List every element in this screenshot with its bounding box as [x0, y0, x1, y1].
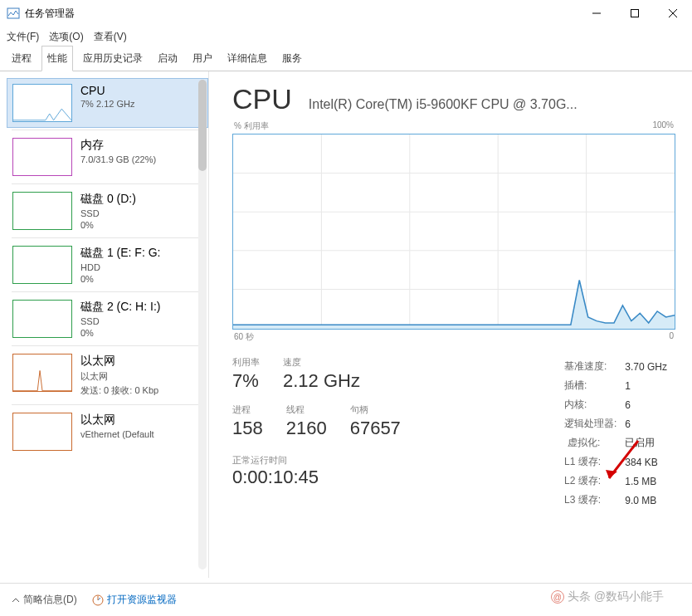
annotation-arrow-icon [601, 437, 642, 486]
sidebar-item-sub: 以太网 [80, 370, 158, 383]
sidebar-item-pct: 发送: 0 接收: 0 Kbp [80, 384, 158, 397]
stat-key: L3 缓存: [564, 491, 623, 509]
menu-file[interactable]: 文件(F) [7, 30, 39, 44]
stat-speed-label: 速度 [283, 356, 360, 369]
graph-label-br: 0 [669, 331, 674, 343]
sidebar-item-sub: 7% 2.12 GHz [80, 99, 134, 109]
sidebar-item[interactable]: CPU7% 2.12 GHz [7, 78, 208, 128]
stat-key: 逻辑处理器: [564, 415, 623, 433]
stat-thread-label: 线程 [286, 403, 327, 416]
sidebar-item[interactable]: 磁盘 1 (E: F: G:HDD0% [7, 240, 208, 290]
svg-rect-2 [631, 10, 639, 17]
stat-row: 逻辑处理器:6 [564, 415, 674, 433]
stat-row: 插槽:1 [564, 377, 674, 394]
stat-key: 插槽: [564, 377, 623, 394]
uptime-label: 正常运行时间 [232, 454, 401, 467]
tab-bar: 进程 性能 应用历史记录 启动 用户 详细信息 服务 [0, 46, 692, 71]
title-bar: 任务管理器 [0, 0, 692, 27]
stat-row: 内核:6 [564, 396, 674, 413]
uptime-value: 0:00:10:45 [232, 467, 401, 488]
sidebar-item[interactable]: 磁盘 2 (C: H: I:)SSD0% [7, 294, 208, 344]
stat-proc-value: 158 [232, 418, 263, 439]
close-button[interactable] [654, 0, 692, 27]
stats-left: 利用率7% 速度2.12 GHz 进程158 线程2160 句柄67657 正常… [232, 356, 401, 511]
sidebar-thumb [12, 192, 72, 230]
maximize-button[interactable] [616, 0, 654, 27]
svg-marker-13 [233, 281, 675, 330]
stats-right: 基准速度:3.70 GHz插槽:1内核:6逻辑处理器:6虚拟化:已启用L1 缓存… [563, 356, 675, 511]
sidebar-item-sub: SSD [80, 208, 136, 218]
open-resource-monitor-link[interactable]: 打开资源监视器 [92, 593, 177, 607]
sidebar-item[interactable]: 内存7.0/31.9 GB (22%) [7, 132, 208, 182]
sidebar-thumb [12, 354, 72, 392]
tab-history[interactable]: 应用历史记录 [78, 46, 148, 71]
tab-startup[interactable]: 启动 [153, 46, 183, 71]
watermark: @ 头条 @数码小能手 [551, 589, 664, 604]
sidebar-item[interactable]: 以太网以太网发送: 0 接收: 0 Kbp [7, 348, 208, 403]
stat-handle-label: 句柄 [350, 403, 401, 416]
stat-key: 内核: [564, 396, 623, 413]
stat-val: 6 [625, 415, 674, 433]
chevron-up-icon [12, 596, 20, 604]
sidebar-item-title: 磁盘 0 (D:) [80, 192, 136, 207]
stat-row: L3 缓存:9.0 MB [564, 491, 674, 509]
stat-handle-value: 67657 [350, 418, 401, 439]
scrollbar-thumb[interactable] [198, 80, 207, 171]
stat-thread-value: 2160 [286, 418, 327, 439]
sidebar-item[interactable]: 磁盘 0 (D:)SSD0% [7, 186, 208, 236]
stat-speed-value: 2.12 GHz [283, 370, 360, 392]
sidebar-item-title: 以太网 [80, 413, 154, 428]
sidebar: CPU7% 2.12 GHz内存7.0/31.9 GB (22%)磁盘 0 (D… [0, 71, 209, 578]
tab-details[interactable]: 详细信息 [222, 46, 272, 71]
menu-bar: 文件(F) 选项(O) 查看(V) [0, 27, 692, 46]
sidebar-item-title: 以太网 [80, 354, 158, 369]
app-icon [7, 7, 20, 20]
graph-label-tr: 100% [652, 120, 674, 132]
window-title: 任务管理器 [25, 7, 577, 21]
stat-key: 基准速度: [564, 358, 623, 375]
stat-val: 3.70 GHz [625, 358, 674, 375]
tab-users[interactable]: 用户 [188, 46, 217, 71]
sidebar-thumb [12, 413, 72, 451]
sidebar-thumb [12, 138, 72, 176]
stat-util-label: 利用率 [232, 356, 260, 369]
stat-row: 基准速度:3.70 GHz [564, 358, 674, 375]
menu-view[interactable]: 查看(V) [94, 30, 127, 44]
stat-util-value: 7% [232, 370, 260, 392]
watermark-icon: @ [551, 590, 564, 604]
sidebar-item-pct: 0% [80, 328, 160, 338]
sidebar-item-sub: HDD [80, 262, 160, 272]
cpu-graph [232, 134, 675, 330]
sidebar-item-sub: 7.0/31.9 GB (22%) [80, 154, 156, 164]
sidebar-thumb [12, 300, 72, 338]
sidebar-item-title: 磁盘 1 (E: F: G: [80, 246, 160, 261]
sidebar-scrollbar[interactable] [198, 80, 207, 570]
sidebar-thumb [12, 246, 72, 284]
cpu-model: Intel(R) Core(TM) i5-9600KF CPU @ 3.70G.… [309, 97, 675, 112]
sidebar-item-title: 内存 [80, 138, 156, 153]
brief-info-toggle[interactable]: 简略信息(D) [12, 593, 77, 607]
sidebar-item[interactable]: 以太网vEthernet (Default [7, 407, 208, 457]
sidebar-item-sub: SSD [80, 316, 160, 326]
stat-val: 6 [625, 396, 674, 413]
graph-label-tl: % 利用率 [234, 120, 269, 132]
stat-val: 9.0 MB [625, 491, 674, 509]
stat-val: 1 [625, 377, 674, 394]
minimize-button[interactable] [577, 0, 616, 27]
graph-label-bl: 60 秒 [234, 331, 254, 343]
sidebar-item-pct: 0% [80, 220, 136, 230]
tab-services[interactable]: 服务 [277, 46, 307, 71]
sidebar-item-title: CPU [80, 84, 134, 97]
resource-monitor-icon [92, 594, 104, 606]
cpu-heading: CPU [232, 83, 292, 115]
menu-options[interactable]: 选项(O) [49, 30, 83, 44]
sidebar-thumb [12, 84, 72, 122]
stat-proc-label: 进程 [232, 403, 263, 416]
sidebar-item-sub: vEthernet (Default [80, 429, 154, 439]
tab-processes[interactable]: 进程 [7, 46, 37, 71]
sidebar-item-title: 磁盘 2 (C: H: I:) [80, 300, 160, 315]
tab-performance[interactable]: 性能 [41, 46, 73, 71]
main-panel: CPU Intel(R) Core(TM) i5-9600KF CPU @ 3.… [209, 71, 692, 578]
sidebar-item-pct: 0% [80, 274, 160, 284]
